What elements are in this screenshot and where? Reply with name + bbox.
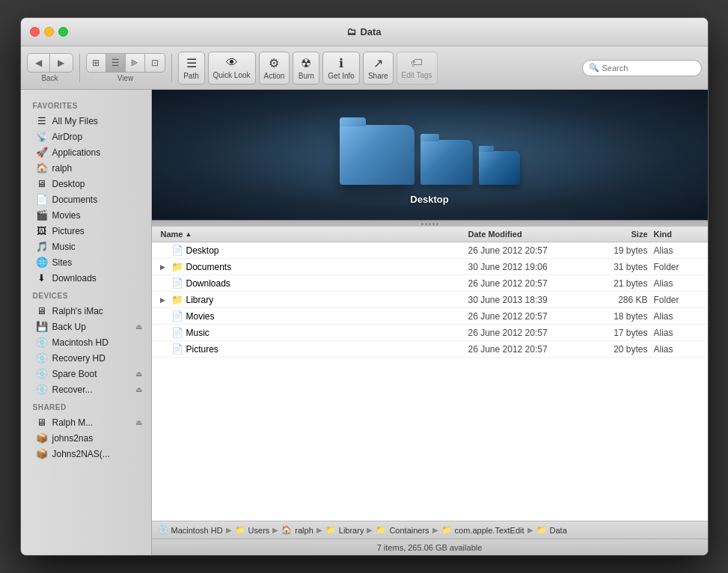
sidebar-item-johns2nas2[interactable]: 📦 Johns2NAS(... — [24, 446, 148, 462]
sidebar-item-label: Downloads — [52, 273, 97, 284]
search-input[interactable] — [602, 64, 692, 73]
sidebar-item-label: Ralph M... — [52, 417, 94, 428]
search-group: 🔍 — [582, 60, 702, 76]
table-row[interactable]: ▶ 📁 Library 30 June 2013 18:39 286 KB Fo… — [152, 292, 708, 308]
quicklook-button[interactable]: 👁 Quick Look — [208, 52, 256, 85]
sidebar-item-back-up[interactable]: 💾 Back Up ⏏ — [24, 319, 148, 334]
bc-arrow-5: ▶ — [432, 526, 438, 534]
sidebar-item-documents[interactable]: 📄 Documents — [24, 191, 148, 207]
table-row[interactable]: ▶ 📁 Documents 30 June 2012 19:06 31 byte… — [152, 259, 708, 275]
col-kind-label: Kind — [654, 230, 672, 239]
file-kind-cell: Alias — [648, 328, 708, 338]
search-icon: 🔍 — [589, 63, 599, 73]
path-button[interactable]: ☰ Path — [178, 52, 205, 85]
back-up-eject-icon[interactable]: ⏏ — [135, 322, 142, 331]
folder-sm-icon — [420, 140, 473, 185]
preview-folder-label: Desktop — [410, 194, 448, 205]
preview-pane: Desktop — [152, 90, 708, 221]
sidebar-item-ralphs-imac[interactable]: 🖥 Ralph's iMac — [24, 303, 148, 319]
expand-icon[interactable]: ▶ — [158, 296, 168, 304]
sidebar-item-johns2nas[interactable]: 📦 johns2nas — [24, 430, 148, 446]
breadcrumb-ralph-label[interactable]: ralph — [295, 526, 313, 535]
file-name-cell: ▶ 📁 Library — [152, 294, 468, 305]
recover-eject-icon[interactable]: ⏏ — [135, 385, 142, 393]
expand-icon[interactable]: ▶ — [158, 263, 168, 271]
sidebar-item-movies[interactable]: 🎬 Movies — [24, 207, 148, 223]
sidebar-item-label: Recovery HD — [52, 353, 105, 364]
johns2nas-icon: 📦 — [36, 432, 48, 444]
breadcrumb-users-label[interactable]: Users — [248, 526, 270, 535]
back-forward-buttons[interactable]: ◀ ▶ — [27, 53, 73, 73]
sidebar-item-all-my-files[interactable]: ☰ All My Files — [24, 113, 148, 129]
table-row[interactable]: 📄 Music 26 June 2012 20:57 17 bytes Alia… — [152, 325, 708, 341]
sidebar-item-label: Applications — [52, 147, 101, 158]
minimize-button[interactable] — [44, 27, 54, 37]
breadcrumb-textedit-label[interactable]: com.apple.TextEdit — [455, 526, 524, 535]
list-view-button[interactable]: ☰ — [106, 54, 126, 72]
ralph-m-eject-icon[interactable]: ⏏ — [135, 418, 142, 426]
col-size-header[interactable]: Size — [588, 230, 648, 239]
favorites-section-label: FAVORITES — [21, 96, 151, 113]
file-list-header: Name ▲ Date Modified Size Kind — [152, 227, 708, 242]
burn-button[interactable]: ☢ Burn — [293, 52, 319, 85]
file-folder-icon: 📄 — [171, 278, 183, 289]
sidebar-item-sites[interactable]: 🌐 Sites — [24, 254, 148, 270]
sidebar-item-desktop[interactable]: 🖥 Desktop — [24, 176, 148, 191]
resize-dots — [421, 223, 438, 225]
sidebar-item-recover[interactable]: 💿 Recover... ⏏ — [24, 382, 148, 397]
sidebar-item-pictures[interactable]: 🖼 Pictures — [24, 223, 148, 239]
breadcrumb-folder-icon-5: 📁 — [536, 525, 547, 535]
table-row[interactable]: 📄 Pictures 26 June 2012 20:57 20 bytes A… — [152, 341, 708, 358]
edittags-label: Edit Tags — [402, 71, 432, 79]
col-name-header[interactable]: Name ▲ — [152, 230, 468, 239]
col-kind-header[interactable]: Kind — [648, 230, 708, 239]
spare-boot-eject-icon[interactable]: ⏏ — [135, 370, 142, 378]
breadcrumb-containers-label[interactable]: Containers — [389, 526, 429, 535]
all-my-files-icon: ☰ — [36, 115, 48, 126]
column-view-button[interactable]: ⫸ — [126, 54, 145, 72]
ralphs-imac-icon: 🖥 — [36, 305, 48, 316]
resize-handle[interactable] — [152, 221, 708, 227]
view-buttons[interactable]: ⊞ ☰ ⫸ ⊡ — [86, 53, 165, 73]
table-row[interactable]: 📄 Desktop 26 June 2012 20:57 19 bytes Al… — [152, 242, 708, 259]
shared-section-label: SHARED — [21, 397, 151, 414]
forward-button[interactable]: ▶ — [50, 54, 73, 72]
file-name-cell: 📄 Downloads — [152, 278, 468, 289]
file-name-cell: 📄 Pictures — [152, 343, 468, 355]
share-icon: ↗ — [373, 56, 383, 70]
sidebar-item-applications[interactable]: 🚀 Applications — [24, 144, 148, 160]
file-name-label: Desktop — [186, 245, 219, 256]
file-date-cell: 26 June 2012 20:57 — [468, 311, 588, 322]
breadcrumb-library-label[interactable]: Library — [339, 526, 364, 535]
info-icon: ℹ — [339, 56, 343, 70]
sidebar-item-ralph[interactable]: 🏠 ralph — [24, 160, 148, 176]
table-row[interactable]: 📄 Downloads 26 June 2012 20:57 21 bytes … — [152, 275, 708, 292]
cover-flow-button[interactable]: ⊡ — [145, 54, 165, 72]
icon-view-button[interactable]: ⊞ — [87, 54, 106, 72]
action-button[interactable]: ⚙ Action — [259, 52, 290, 85]
sidebar-item-macintosh-hd[interactable]: 💿 Macintosh HD — [24, 334, 148, 350]
close-button[interactable] — [30, 27, 40, 37]
sidebar-item-downloads[interactable]: ⬇ Downloads — [24, 270, 148, 286]
table-row[interactable]: 📄 Movies 26 June 2012 20:57 18 bytes Ali… — [152, 308, 708, 325]
search-box[interactable]: 🔍 — [582, 60, 702, 76]
breadcrumb-data-label[interactable]: Data — [550, 526, 567, 535]
file-size-cell: 286 KB — [588, 295, 648, 305]
back-button[interactable]: ◀ — [28, 54, 50, 72]
ralph-m-icon: 🖥 — [36, 417, 48, 428]
getinfo-button[interactable]: ℹ Get Info — [322, 52, 360, 85]
share-button[interactable]: ↗ Share — [363, 52, 394, 85]
sidebar-item-airdrop[interactable]: 📡 AirDrop — [24, 129, 148, 144]
sidebar-item-music[interactable]: 🎵 Music — [24, 239, 148, 254]
file-name-cell: 📄 Desktop — [152, 245, 468, 256]
breadcrumb-hd-label[interactable]: Macintosh HD — [171, 526, 223, 535]
maximize-button[interactable] — [58, 27, 68, 37]
sidebar-item-label: Music — [52, 242, 76, 252]
sidebar-item-ralph-m[interactable]: 🖥 Ralph M... ⏏ — [24, 414, 148, 430]
edittags-button[interactable]: 🏷 Edit Tags — [397, 52, 438, 85]
sidebar-item-spare-boot[interactable]: 💿 Spare Boot ⏏ — [24, 366, 148, 382]
desktop-icon: 🖥 — [36, 178, 48, 189]
sidebar-item-recovery-hd[interactable]: 💿 Recovery HD — [24, 350, 148, 366]
col-date-header[interactable]: Date Modified — [468, 230, 588, 239]
sidebar-item-label: Spare Boot — [52, 369, 97, 379]
